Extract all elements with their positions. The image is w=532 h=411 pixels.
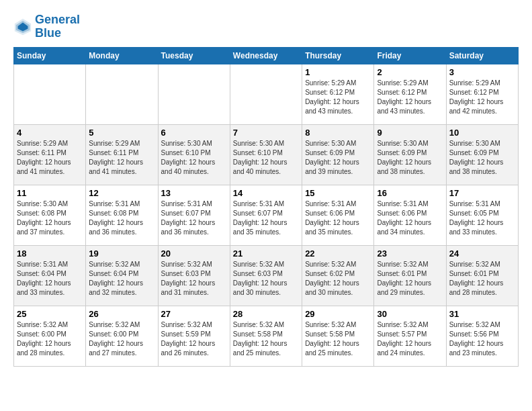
calendar-cell: 25Sunrise: 5:32 AM Sunset: 6:00 PM Dayli… [14,306,86,366]
calendar-cell: 12Sunrise: 5:31 AM Sunset: 6:08 PM Dayli… [86,185,158,245]
day-number: 26 [89,309,154,319]
day-info: Sunrise: 5:32 AM Sunset: 5:56 PM Dayligh… [449,320,515,358]
day-number: 30 [377,309,443,319]
calendar-cell: 17Sunrise: 5:31 AM Sunset: 6:05 PM Dayli… [446,185,518,245]
day-of-week-header: Thursday [302,47,374,64]
day-info: Sunrise: 5:30 AM Sunset: 6:09 PM Dayligh… [305,139,371,177]
day-number: 14 [233,188,299,198]
calendar-cell: 30Sunrise: 5:32 AM Sunset: 5:57 PM Dayli… [374,306,446,366]
day-number: 12 [89,188,154,198]
day-of-week-header: Monday [86,47,158,64]
day-info: Sunrise: 5:30 AM Sunset: 6:09 PM Dayligh… [449,139,515,177]
day-number: 8 [305,128,371,138]
day-number: 21 [233,248,299,259]
day-number: 6 [161,128,227,138]
day-number: 22 [305,248,371,259]
day-number: 3 [449,67,515,77]
calendar-cell: 8Sunrise: 5:30 AM Sunset: 6:09 PM Daylig… [302,124,374,185]
day-info: Sunrise: 5:29 AM Sunset: 6:12 PM Dayligh… [377,79,443,116]
calendar-cell [14,64,86,124]
day-info: Sunrise: 5:32 AM Sunset: 6:00 PM Dayligh… [17,320,83,358]
logo-text: General Blue [35,13,80,40]
day-number: 24 [449,248,515,259]
day-info: Sunrise: 5:30 AM Sunset: 6:08 PM Dayligh… [17,199,83,237]
day-number: 13 [161,188,227,198]
calendar-cell: 14Sunrise: 5:31 AM Sunset: 6:07 PM Dayli… [230,185,302,245]
day-number: 9 [377,128,443,138]
calendar-header-row: SundayMondayTuesdayWednesdayThursdayFrid… [14,47,519,64]
logo-icon [13,17,32,36]
calendar-cell: 11Sunrise: 5:30 AM Sunset: 6:08 PM Dayli… [14,185,86,245]
calendar-cell: 31Sunrise: 5:32 AM Sunset: 5:56 PM Dayli… [446,306,518,366]
day-info: Sunrise: 5:31 AM Sunset: 6:08 PM Dayligh… [89,199,154,237]
day-number: 27 [161,309,227,319]
day-info: Sunrise: 5:32 AM Sunset: 6:00 PM Dayligh… [89,320,154,358]
calendar-week-row: 18Sunrise: 5:31 AM Sunset: 6:04 PM Dayli… [14,245,519,306]
calendar-week-row: 1Sunrise: 5:29 AM Sunset: 6:12 PM Daylig… [14,64,519,124]
day-number: 29 [305,309,371,319]
calendar-cell [230,64,302,124]
day-number: 17 [449,188,515,198]
calendar-cell: 6Sunrise: 5:30 AM Sunset: 6:10 PM Daylig… [158,124,230,185]
day-number: 20 [161,248,227,259]
day-info: Sunrise: 5:32 AM Sunset: 5:57 PM Dayligh… [377,320,443,358]
day-number: 11 [17,188,83,198]
calendar-cell: 23Sunrise: 5:32 AM Sunset: 6:01 PM Dayli… [374,245,446,306]
day-info: Sunrise: 5:29 AM Sunset: 6:11 PM Dayligh… [17,139,83,177]
day-info: Sunrise: 5:31 AM Sunset: 6:07 PM Dayligh… [233,199,299,237]
day-number: 19 [89,248,154,259]
calendar-cell: 18Sunrise: 5:31 AM Sunset: 6:04 PM Dayli… [14,245,86,306]
day-info: Sunrise: 5:32 AM Sunset: 6:03 PM Dayligh… [161,260,227,298]
calendar-cell: 20Sunrise: 5:32 AM Sunset: 6:03 PM Dayli… [158,245,230,306]
day-info: Sunrise: 5:29 AM Sunset: 6:12 PM Dayligh… [449,79,515,116]
calendar-week-row: 25Sunrise: 5:32 AM Sunset: 6:00 PM Dayli… [14,306,519,366]
calendar-cell [86,64,158,124]
calendar-cell: 24Sunrise: 5:32 AM Sunset: 6:01 PM Dayli… [446,245,518,306]
day-info: Sunrise: 5:30 AM Sunset: 6:10 PM Dayligh… [233,139,299,177]
day-info: Sunrise: 5:32 AM Sunset: 5:58 PM Dayligh… [233,320,299,358]
day-number: 4 [17,128,83,138]
calendar-cell: 9Sunrise: 5:30 AM Sunset: 6:09 PM Daylig… [374,124,446,185]
day-info: Sunrise: 5:32 AM Sunset: 6:02 PM Dayligh… [305,260,371,298]
day-info: Sunrise: 5:30 AM Sunset: 6:09 PM Dayligh… [377,139,443,177]
day-number: 15 [305,188,371,198]
day-of-week-header: Sunday [14,47,86,64]
day-number: 1 [305,67,371,77]
day-of-week-header: Wednesday [230,47,302,64]
day-info: Sunrise: 5:31 AM Sunset: 6:06 PM Dayligh… [377,199,443,237]
day-number: 10 [449,128,515,138]
day-info: Sunrise: 5:31 AM Sunset: 6:07 PM Dayligh… [161,199,227,237]
calendar-cell: 15Sunrise: 5:31 AM Sunset: 6:06 PM Dayli… [302,185,374,245]
day-number: 18 [17,248,83,259]
calendar-cell: 29Sunrise: 5:32 AM Sunset: 5:58 PM Dayli… [302,306,374,366]
day-of-week-header: Tuesday [158,47,230,64]
calendar-cell: 10Sunrise: 5:30 AM Sunset: 6:09 PM Dayli… [446,124,518,185]
day-number: 31 [449,309,515,319]
page-header: General Blue [13,13,519,40]
day-number: 23 [377,248,443,259]
day-info: Sunrise: 5:31 AM Sunset: 6:06 PM Dayligh… [305,199,371,237]
calendar-cell: 2Sunrise: 5:29 AM Sunset: 6:12 PM Daylig… [374,64,446,124]
day-number: 25 [17,309,83,319]
calendar-cell: 5Sunrise: 5:29 AM Sunset: 6:11 PM Daylig… [86,124,158,185]
calendar-cell [158,64,230,124]
day-number: 2 [377,67,443,77]
calendar-table: SundayMondayTuesdayWednesdayThursdayFrid… [13,47,519,367]
day-info: Sunrise: 5:32 AM Sunset: 6:01 PM Dayligh… [449,260,515,298]
day-info: Sunrise: 5:31 AM Sunset: 6:04 PM Dayligh… [17,260,83,298]
calendar-week-row: 11Sunrise: 5:30 AM Sunset: 6:08 PM Dayli… [14,185,519,245]
calendar-cell: 7Sunrise: 5:30 AM Sunset: 6:10 PM Daylig… [230,124,302,185]
day-of-week-header: Saturday [446,47,518,64]
calendar-cell: 21Sunrise: 5:32 AM Sunset: 6:03 PM Dayli… [230,245,302,306]
day-info: Sunrise: 5:32 AM Sunset: 6:04 PM Dayligh… [89,260,154,298]
day-info: Sunrise: 5:30 AM Sunset: 6:10 PM Dayligh… [161,139,227,177]
calendar-cell: 26Sunrise: 5:32 AM Sunset: 6:00 PM Dayli… [86,306,158,366]
day-info: Sunrise: 5:29 AM Sunset: 6:12 PM Dayligh… [305,79,371,116]
calendar-week-row: 4Sunrise: 5:29 AM Sunset: 6:11 PM Daylig… [14,124,519,185]
calendar-cell: 19Sunrise: 5:32 AM Sunset: 6:04 PM Dayli… [86,245,158,306]
calendar-cell: 16Sunrise: 5:31 AM Sunset: 6:06 PM Dayli… [374,185,446,245]
logo: General Blue [13,13,80,40]
calendar-cell: 1Sunrise: 5:29 AM Sunset: 6:12 PM Daylig… [302,64,374,124]
day-number: 16 [377,188,443,198]
day-number: 5 [89,128,154,138]
